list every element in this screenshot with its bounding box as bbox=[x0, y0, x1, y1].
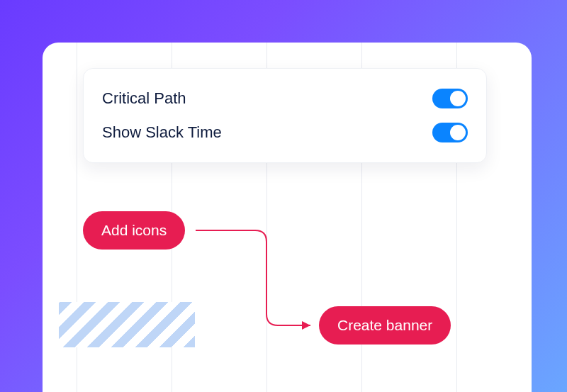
stage: Critical Path Show Slack Time Add icons … bbox=[0, 0, 567, 392]
toggle-knob bbox=[450, 91, 466, 106]
show-slack-toggle[interactable] bbox=[432, 123, 468, 142]
toggle-label: Critical Path bbox=[102, 89, 186, 108]
slack-time-bar bbox=[59, 302, 195, 347]
task-create-banner[interactable]: Create banner bbox=[319, 306, 451, 345]
toggle-label: Show Slack Time bbox=[102, 123, 222, 142]
gantt-card: Critical Path Show Slack Time Add icons … bbox=[43, 43, 532, 392]
toggle-row-critical-path: Critical Path bbox=[101, 82, 469, 116]
critical-path-toggle[interactable] bbox=[432, 89, 468, 108]
toggle-panel: Critical Path Show Slack Time bbox=[83, 68, 487, 163]
toggle-knob bbox=[450, 125, 466, 140]
task-label: Add icons bbox=[101, 222, 167, 239]
toggle-row-show-slack: Show Slack Time bbox=[101, 116, 469, 150]
task-label: Create banner bbox=[337, 317, 432, 334]
svg-marker-0 bbox=[302, 321, 310, 330]
task-add-icons[interactable]: Add icons bbox=[83, 211, 185, 250]
